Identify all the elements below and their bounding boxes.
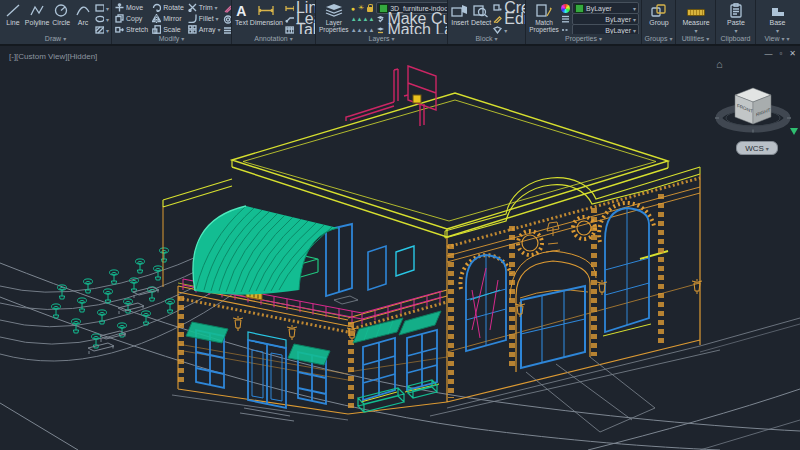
utilities-panel-label[interactable]: Utilities ▾ <box>676 34 715 44</box>
linetype-icon <box>561 26 570 34</box>
wcs-dropdown[interactable]: WCS▾ <box>736 141 778 155</box>
panel-groups: Group Groups ▾ <box>642 0 676 44</box>
annotation-panel-label[interactable]: Annotation ▾ <box>232 34 315 44</box>
properties-panel-label[interactable]: Properties ▾ <box>526 34 641 44</box>
table-icon <box>285 26 294 34</box>
rectangle-tool[interactable]: ▾ <box>95 3 109 13</box>
ellipse-tool[interactable]: ▾ <box>95 14 109 24</box>
circle-tool[interactable]: Circle <box>51 2 71 27</box>
detect-tool[interactable]: Detect <box>471 2 491 27</box>
layer-properties-tool[interactable]: Layer Properties <box>319 2 349 33</box>
dimension-label: Dimension <box>250 19 283 27</box>
polyline-icon <box>29 2 45 19</box>
mirror-tool[interactable]: Mirror <box>152 13 184 24</box>
wcs-label: WCS <box>745 144 764 153</box>
panel-clipboard: Paste ▾ Clipboard <box>716 0 756 44</box>
layer-lock-icon[interactable] <box>367 7 373 12</box>
copy-tool[interactable]: Copy <box>115 13 148 24</box>
window-controls: — ▫ ✕ <box>764 50 796 58</box>
ribbon: Line Polyline Circle Arc ▾ ▾ ▾ <box>0 0 800 46</box>
rectangle-icon <box>95 4 104 12</box>
paste-tool[interactable]: Paste ▾ <box>721 2 751 34</box>
layers-panel-label[interactable]: Layers ▾ <box>316 34 447 44</box>
rotate-tool[interactable]: Rotate <box>152 2 184 13</box>
copy-icon <box>115 14 124 23</box>
lineweight-row: ByLayer ▾ <box>561 14 639 24</box>
match-layer-tool[interactable]: ▲▲▲▲ Match Layer <box>351 25 447 34</box>
layer-properties-label: Layer Properties <box>319 19 349 33</box>
panel-utilities: Measure ▾ Utilities ▾ <box>676 0 716 44</box>
trim-tool[interactable]: Trim▾ <box>188 2 221 13</box>
layer-on-icon[interactable]: ● <box>351 5 355 12</box>
block-panel-label[interactable]: Block ▾ <box>448 34 525 44</box>
polyline-label: Polyline <box>25 19 50 27</box>
panel-block: Insert Detect Create Edit ▾ Block ▾ <box>448 0 526 44</box>
restore-icon[interactable]: ▫ <box>779 50 782 58</box>
draw-panel-label[interactable]: Draw ▾ <box>0 34 111 44</box>
close-icon[interactable]: ✕ <box>789 50 796 58</box>
detect-label: Detect <box>471 19 491 27</box>
groups-panel-label[interactable]: Groups ▾ <box>642 34 675 44</box>
text-icon: A <box>236 2 246 19</box>
move-icon <box>115 3 124 12</box>
base-icon <box>770 2 786 19</box>
linetype-dropdown[interactable]: ByLayer ▾ <box>572 24 639 34</box>
hatch-tool[interactable]: ▾ <box>95 25 109 34</box>
offset-tool[interactable] <box>223 14 231 24</box>
modify-panel-label[interactable]: Modify ▾ <box>112 34 231 44</box>
layer-freeze-icon[interactable]: ☀ <box>358 4 364 12</box>
insert-icon <box>451 2 469 19</box>
move-tool[interactable]: Move <box>115 2 148 13</box>
base-label: Base <box>770 19 786 27</box>
circle-label: Circle <box>52 19 70 27</box>
offset-icon <box>223 15 231 24</box>
clipboard-panel-label[interactable]: Clipboard <box>716 34 755 44</box>
match-properties-icon <box>535 2 553 19</box>
block-attribute-tool[interactable]: ▾ <box>493 25 525 34</box>
edit-icon <box>493 15 502 23</box>
table-tool[interactable]: Table <box>285 25 315 34</box>
edit-block-tool[interactable]: Edit <box>493 14 525 24</box>
scale-tool[interactable]: Scale <box>152 24 184 34</box>
viewcube[interactable]: FRONT RIGHT <box>0 0 800 450</box>
color-wheel-icon[interactable] <box>561 4 570 13</box>
viewcube-cube[interactable]: FRONT RIGHT <box>735 88 771 124</box>
drawing-area[interactable]: [-][Custom View][Hidden] — ▫ ✕ ⌂ FRONT R… <box>0 0 800 450</box>
fillet-icon <box>188 14 197 23</box>
array-tool[interactable]: Array▾ <box>188 24 221 34</box>
group-icon <box>651 2 667 19</box>
arc-tool[interactable]: Arc <box>73 2 93 27</box>
explode-tool[interactable] <box>223 25 231 34</box>
leader-icon <box>285 16 294 23</box>
explode-icon <box>223 26 231 35</box>
create-icon <box>493 4 502 12</box>
viewcube-menu-arrow-icon[interactable] <box>790 128 798 135</box>
layer-properties-icon <box>324 2 344 19</box>
stretch-tool[interactable]: Stretch <box>115 24 148 34</box>
fillet-tool[interactable]: Fillet▾ <box>188 13 221 24</box>
text-tool[interactable]: A Text <box>235 2 248 27</box>
paste-icon <box>729 2 743 19</box>
erase-tool[interactable] <box>223 3 231 13</box>
measure-tool[interactable]: Measure ▾ <box>679 2 713 34</box>
make-current-icon <box>376 15 385 23</box>
layer-chip-icons: ▲▲▲▲ <box>351 16 375 22</box>
viewcube-home-icon[interactable]: ⌂ <box>716 58 723 70</box>
line-label: Line <box>6 19 19 27</box>
minimize-icon[interactable]: — <box>764 50 772 58</box>
dimension-tool[interactable]: Dimension <box>250 2 283 27</box>
insert-tool[interactable]: Insert <box>451 2 469 27</box>
view-panel-label[interactable]: View ▾ ▾ <box>756 34 798 44</box>
linetype-row: ByLayer ▾ <box>561 25 639 34</box>
match-properties-tool[interactable]: Match Properties <box>529 2 559 33</box>
linear-icon <box>285 5 294 12</box>
polyline-tool[interactable]: Polyline <box>25 2 50 27</box>
panel-view: Base ▾ View ▾ ▾ <box>756 0 798 44</box>
group-tool[interactable]: Group <box>645 2 673 27</box>
ellipse-icon <box>95 15 104 23</box>
panel-layers: Layer Properties ● ☀ 3D_furniture-indoor… <box>316 0 448 44</box>
measure-label: Measure <box>682 19 709 27</box>
base-tool[interactable]: Base ▾ <box>763 2 793 34</box>
line-tool[interactable]: Line <box>3 2 23 27</box>
panel-properties: Match Properties ByLayer ▾ <box>526 0 642 44</box>
